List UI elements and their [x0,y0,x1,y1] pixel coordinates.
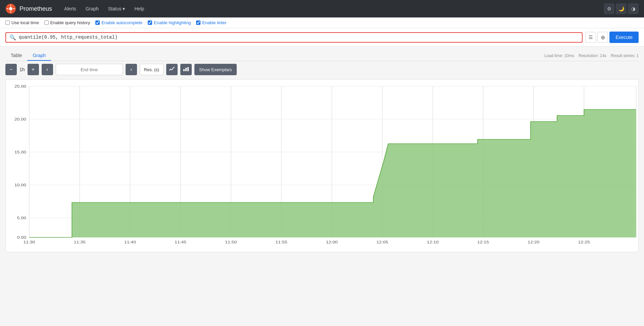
tabs-row: Table Graph Load time: 10ms Resolution: … [5,51,639,61]
result-series: Result series: 1 [611,53,639,58]
dark-mode-button[interactable]: 🌙 [616,3,627,14]
chevron-down-icon: ▾ [123,6,125,11]
resolution: Resolution: 14s [579,53,606,58]
svg-text:11:55: 11:55 [276,240,287,244]
chart-area-fill [29,109,636,237]
svg-text:11:50: 11:50 [225,240,237,244]
stacked-chart-icon [183,66,189,73]
nav-graph[interactable]: Graph [82,4,103,13]
nav-status[interactable]: Status ▾ [104,4,129,13]
metrics-explorer-button[interactable]: ⊕ [597,32,608,43]
main-content: Table Graph Load time: 10ms Resolution: … [0,47,644,256]
search-icon: 🔍 [9,34,16,41]
chart-container: 25.00 20.00 15.00 10.00 5.00 0.00 [5,79,639,252]
enable-autocomplete-checkbox[interactable] [95,20,100,25]
svg-rect-5 [13,8,15,9]
duration-label: 1h [19,67,25,72]
svg-text:12:05: 12:05 [376,240,388,244]
query-bar: 🔍 ☰ ⊕ Execute [0,28,644,47]
navbar: Prometheus Alerts Graph Status ▾ Help ⚙ … [0,0,644,17]
svg-text:11:40: 11:40 [124,240,136,244]
tab-graph[interactable]: Graph [27,51,51,61]
enable-linter-checkbox[interactable] [196,20,200,25]
options-bar: Use local time Enable query history Enab… [0,17,644,28]
execute-button[interactable]: Execute [609,32,639,43]
prev-time-button[interactable]: ‹ [42,64,53,75]
svg-rect-2 [10,5,11,6]
history-button[interactable]: ☰ [585,32,596,43]
settings-button[interactable]: ⚙ [604,3,614,14]
zoom-in-button[interactable]: + [28,64,39,75]
use-local-time-option[interactable]: Use local time [5,20,39,25]
tab-table[interactable]: Table [5,51,27,61]
resolution-button[interactable]: Res. (s) [140,64,164,75]
end-time-input[interactable] [56,64,123,75]
meta-info: Load time: 10ms Resolution: 14s Result s… [544,53,639,58]
svg-text:11:35: 11:35 [74,240,86,244]
svg-text:25.00: 25.00 [14,84,26,88]
svg-text:12:15: 12:15 [477,240,489,244]
app-title: Prometheus [19,5,52,12]
enable-highlighting-checkbox[interactable] [148,20,152,25]
next-time-button[interactable]: › [126,64,137,75]
svg-text:12:00: 12:00 [326,240,338,244]
enable-linter-option[interactable]: Enable linter [196,20,226,25]
enable-autocomplete-option[interactable]: Enable autocomplete [95,20,142,25]
svg-rect-3 [10,11,11,13]
svg-rect-7 [185,68,187,71]
stacked-chart-button[interactable] [180,64,192,75]
svg-text:10.00: 10.00 [14,183,26,187]
query-input-container: 🔍 [5,32,583,43]
svg-text:11:30: 11:30 [24,240,35,244]
enable-highlighting-option[interactable]: Enable highlighting [148,20,191,25]
graph-controls: − 1h + ‹ › Res. (s) Show Exemplars [5,64,639,75]
svg-text:15.00: 15.00 [14,150,26,154]
svg-point-1 [9,7,12,10]
svg-text:12:20: 12:20 [528,240,540,244]
svg-text:11:45: 11:45 [175,240,186,244]
svg-rect-8 [187,67,189,71]
navbar-brand: Prometheus [5,3,52,14]
show-exemplars-button[interactable]: Show Exemplars [194,64,237,75]
prometheus-logo [5,3,16,14]
history-icon: ☰ [589,35,593,40]
svg-text:12:25: 12:25 [578,240,590,244]
query-input[interactable] [19,35,579,40]
zoom-out-button[interactable]: − [5,64,17,75]
navbar-right: ⚙ 🌙 ◑ [604,3,639,14]
contrast-mode-button[interactable]: ◑ [628,3,639,14]
metrics-icon: ⊕ [601,34,605,41]
navbar-nav: Alerts Graph Status ▾ Help [60,4,148,13]
load-time: Load time: 10ms [544,53,574,58]
chart-svg: 25.00 20.00 15.00 10.00 5.00 0.00 [6,83,638,251]
use-local-time-checkbox[interactable] [5,20,10,25]
svg-text:5.00: 5.00 [17,216,26,220]
enable-query-history-checkbox[interactable] [44,20,49,25]
svg-text:12:10: 12:10 [427,240,439,244]
svg-text:0.00: 0.00 [17,235,26,239]
nav-help[interactable]: Help [130,4,148,13]
svg-rect-4 [7,8,8,9]
query-actions: ☰ ⊕ Execute [585,32,639,43]
svg-rect-6 [183,69,185,71]
enable-query-history-option[interactable]: Enable query history [44,20,90,25]
nav-alerts[interactable]: Alerts [60,4,80,13]
line-chart-icon [169,66,175,73]
line-chart-button[interactable] [166,64,178,75]
svg-text:20.00: 20.00 [14,117,26,121]
